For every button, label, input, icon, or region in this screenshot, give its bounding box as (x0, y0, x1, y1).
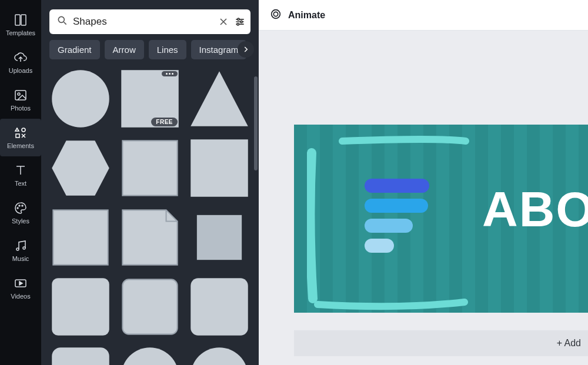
search-input[interactable] (73, 16, 213, 28)
nav-photos[interactable]: Photos (0, 81, 41, 119)
svg-point-14 (240, 21, 242, 22)
logo-mark (365, 179, 429, 253)
svg-rect-26 (191, 278, 248, 336)
templates-icon (14, 13, 28, 27)
nav-label: Uploads (9, 67, 32, 74)
canvas-headline: ABO (482, 181, 588, 238)
svg-marker-19 (52, 140, 109, 195)
svg-marker-18 (191, 71, 248, 126)
design-canvas[interactable]: ABO (294, 125, 588, 313)
category-next-button[interactable] (238, 41, 254, 58)
shape-square[interactable]: FREE (119, 68, 181, 130)
svg-point-13 (238, 18, 239, 20)
search-row (41, 0, 259, 40)
svg-point-10 (23, 247, 25, 249)
nav-label: Templates (6, 29, 35, 36)
svg-point-31 (273, 12, 278, 16)
nav-label: Videos (11, 293, 30, 300)
search-filter-button[interactable] (234, 16, 246, 28)
logo-pill (365, 219, 413, 233)
category-chip-row: Gradient Arrow Lines Instagram (41, 40, 259, 68)
category-chip[interactable]: Gradient (49, 40, 100, 59)
svg-point-30 (272, 9, 280, 18)
nav-uploads[interactable]: Uploads (0, 43, 41, 81)
nav-label: Text (15, 180, 26, 187)
category-chip[interactable]: Arrow (105, 40, 144, 59)
nav-videos[interactable]: Videos (0, 269, 41, 307)
logo-pill (365, 239, 394, 253)
nav-elements[interactable]: Elements (0, 119, 41, 156)
search-icon (56, 15, 68, 29)
svg-point-16 (52, 70, 109, 128)
svg-point-3 (18, 93, 20, 95)
shape-rounded-square[interactable] (49, 345, 112, 365)
shape-triangle[interactable] (188, 68, 250, 130)
nav-label: Music (12, 255, 29, 262)
category-chip[interactable]: Lines (149, 40, 186, 59)
shape-rounded-square[interactable] (188, 276, 250, 338)
svg-point-9 (16, 248, 19, 250)
svg-point-7 (19, 205, 20, 206)
shape-rounded-square-outlined[interactable] (119, 276, 181, 338)
nav-label: Photos (11, 105, 31, 112)
music-icon (14, 239, 28, 253)
elements-panel: Gradient Arrow Lines Instagram FREE (41, 0, 259, 365)
nav-label: Elements (7, 142, 34, 149)
svg-point-8 (22, 205, 23, 206)
animate-button[interactable]: Animate (269, 8, 325, 23)
svg-point-29 (191, 347, 248, 365)
text-icon (14, 163, 28, 178)
svg-rect-27 (52, 347, 109, 365)
nav-music[interactable]: Music (0, 232, 41, 269)
nav-styles[interactable]: Styles (0, 194, 41, 232)
shape-square[interactable] (188, 137, 250, 199)
free-badge: FREE (151, 118, 178, 126)
nav-label: Styles (12, 217, 29, 225)
svg-point-28 (121, 347, 179, 365)
svg-point-12 (58, 16, 64, 22)
animate-label: Animate (288, 10, 325, 21)
palette-icon (14, 201, 28, 215)
cloud-upload-icon (14, 51, 28, 65)
canvas-stage: ABO + Add (259, 31, 588, 365)
svg-rect-5 (16, 134, 19, 138)
add-page-button[interactable]: + Add (294, 330, 588, 356)
svg-rect-1 (21, 15, 26, 25)
clear-search-button[interactable] (218, 16, 229, 28)
svg-rect-22 (53, 210, 108, 264)
svg-rect-0 (15, 15, 20, 25)
svg-rect-21 (191, 139, 248, 197)
search-box (49, 9, 250, 34)
shapes-icon (14, 126, 28, 140)
photo-icon (14, 88, 28, 102)
animate-icon (269, 8, 282, 23)
svg-rect-20 (122, 140, 177, 195)
logo-pill (365, 179, 429, 193)
canvas-toolbar: Animate (259, 0, 588, 31)
more-options-icon[interactable] (162, 71, 178, 76)
tool-sidebar: Templates Uploads Photos Elements Text S… (0, 0, 41, 365)
video-icon (14, 276, 28, 290)
shape-circle[interactable] (188, 345, 250, 365)
shape-circle[interactable] (119, 345, 181, 365)
nav-templates[interactable]: Templates (0, 6, 41, 43)
shape-page[interactable] (119, 206, 181, 269)
svg-point-15 (237, 24, 239, 25)
logo-pill (365, 199, 428, 213)
svg-rect-25 (122, 279, 177, 334)
panel-scrollbar[interactable] (254, 76, 258, 170)
shape-square-outlined[interactable] (49, 206, 112, 269)
svg-rect-24 (52, 278, 109, 336)
shape-square-small[interactable] (188, 206, 250, 269)
nav-text[interactable]: Text (0, 156, 41, 194)
svg-point-6 (17, 207, 18, 209)
svg-rect-23 (197, 215, 242, 260)
shape-circle[interactable] (49, 68, 112, 130)
canvas-area: Animate ABO + Add (259, 0, 588, 365)
shape-rounded-square[interactable] (49, 276, 112, 338)
add-page-label: + Add (557, 338, 581, 349)
shapes-grid: FREE (41, 68, 259, 365)
shape-square-outlined[interactable] (119, 137, 181, 199)
shape-hexagon[interactable] (49, 137, 112, 199)
svg-point-4 (22, 128, 25, 132)
